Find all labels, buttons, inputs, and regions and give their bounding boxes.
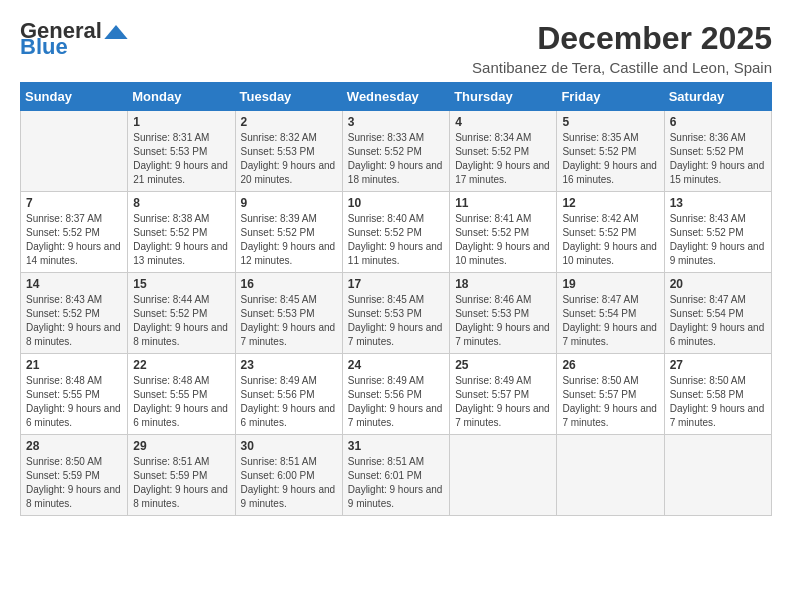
day-info: Sunrise: 8:38 AMSunset: 5:52 PMDaylight:…: [133, 212, 229, 268]
day-number: 5: [562, 115, 658, 129]
day-cell: 8Sunrise: 8:38 AMSunset: 5:52 PMDaylight…: [128, 192, 235, 273]
day-number: 12: [562, 196, 658, 210]
day-number: 7: [26, 196, 122, 210]
day-info: Sunrise: 8:43 AMSunset: 5:52 PMDaylight:…: [26, 293, 122, 349]
day-info: Sunrise: 8:39 AMSunset: 5:52 PMDaylight:…: [241, 212, 337, 268]
day-number: 31: [348, 439, 444, 453]
day-cell: 6Sunrise: 8:36 AMSunset: 5:52 PMDaylight…: [664, 111, 771, 192]
page-header: General Blue December 2025 Santibanez de…: [20, 20, 772, 76]
day-number: 19: [562, 277, 658, 291]
day-info: Sunrise: 8:45 AMSunset: 5:53 PMDaylight:…: [241, 293, 337, 349]
day-info: Sunrise: 8:47 AMSunset: 5:54 PMDaylight:…: [670, 293, 766, 349]
week-row-1: 1Sunrise: 8:31 AMSunset: 5:53 PMDaylight…: [21, 111, 772, 192]
day-cell: 18Sunrise: 8:46 AMSunset: 5:53 PMDayligh…: [450, 273, 557, 354]
day-number: 8: [133, 196, 229, 210]
day-info: Sunrise: 8:43 AMSunset: 5:52 PMDaylight:…: [670, 212, 766, 268]
day-info: Sunrise: 8:32 AMSunset: 5:53 PMDaylight:…: [241, 131, 337, 187]
day-number: 25: [455, 358, 551, 372]
day-cell: 7Sunrise: 8:37 AMSunset: 5:52 PMDaylight…: [21, 192, 128, 273]
day-info: Sunrise: 8:50 AMSunset: 5:58 PMDaylight:…: [670, 374, 766, 430]
day-cell: [21, 111, 128, 192]
day-cell: 28Sunrise: 8:50 AMSunset: 5:59 PMDayligh…: [21, 435, 128, 516]
day-cell: 26Sunrise: 8:50 AMSunset: 5:57 PMDayligh…: [557, 354, 664, 435]
header-monday: Monday: [128, 83, 235, 111]
day-info: Sunrise: 8:47 AMSunset: 5:54 PMDaylight:…: [562, 293, 658, 349]
week-row-5: 28Sunrise: 8:50 AMSunset: 5:59 PMDayligh…: [21, 435, 772, 516]
location: Santibanez de Tera, Castille and Leon, S…: [472, 59, 772, 76]
day-number: 6: [670, 115, 766, 129]
header-wednesday: Wednesday: [342, 83, 449, 111]
day-info: Sunrise: 8:50 AMSunset: 5:59 PMDaylight:…: [26, 455, 122, 511]
title-section: December 2025 Santibanez de Tera, Castil…: [472, 20, 772, 76]
svg-marker-0: [104, 25, 127, 39]
day-info: Sunrise: 8:51 AMSunset: 6:01 PMDaylight:…: [348, 455, 444, 511]
day-cell: 11Sunrise: 8:41 AMSunset: 5:52 PMDayligh…: [450, 192, 557, 273]
day-number: 1: [133, 115, 229, 129]
header-sunday: Sunday: [21, 83, 128, 111]
day-cell: 5Sunrise: 8:35 AMSunset: 5:52 PMDaylight…: [557, 111, 664, 192]
day-cell: 21Sunrise: 8:48 AMSunset: 5:55 PMDayligh…: [21, 354, 128, 435]
week-row-2: 7Sunrise: 8:37 AMSunset: 5:52 PMDaylight…: [21, 192, 772, 273]
day-cell: 17Sunrise: 8:45 AMSunset: 5:53 PMDayligh…: [342, 273, 449, 354]
logo: General Blue: [20, 20, 128, 58]
day-number: 30: [241, 439, 337, 453]
day-info: Sunrise: 8:46 AMSunset: 5:53 PMDaylight:…: [455, 293, 551, 349]
day-cell: 12Sunrise: 8:42 AMSunset: 5:52 PMDayligh…: [557, 192, 664, 273]
day-number: 2: [241, 115, 337, 129]
day-info: Sunrise: 8:35 AMSunset: 5:52 PMDaylight:…: [562, 131, 658, 187]
day-number: 13: [670, 196, 766, 210]
month-title: December 2025: [472, 20, 772, 57]
day-info: Sunrise: 8:48 AMSunset: 5:55 PMDaylight:…: [133, 374, 229, 430]
day-info: Sunrise: 8:36 AMSunset: 5:52 PMDaylight:…: [670, 131, 766, 187]
day-cell: 4Sunrise: 8:34 AMSunset: 5:52 PMDaylight…: [450, 111, 557, 192]
day-number: 22: [133, 358, 229, 372]
day-cell: 2Sunrise: 8:32 AMSunset: 5:53 PMDaylight…: [235, 111, 342, 192]
header-friday: Friday: [557, 83, 664, 111]
day-cell: 16Sunrise: 8:45 AMSunset: 5:53 PMDayligh…: [235, 273, 342, 354]
day-number: 9: [241, 196, 337, 210]
day-number: 21: [26, 358, 122, 372]
day-number: 3: [348, 115, 444, 129]
day-info: Sunrise: 8:49 AMSunset: 5:57 PMDaylight:…: [455, 374, 551, 430]
day-cell: [557, 435, 664, 516]
day-number: 18: [455, 277, 551, 291]
day-cell: 9Sunrise: 8:39 AMSunset: 5:52 PMDaylight…: [235, 192, 342, 273]
day-info: Sunrise: 8:45 AMSunset: 5:53 PMDaylight:…: [348, 293, 444, 349]
day-info: Sunrise: 8:40 AMSunset: 5:52 PMDaylight:…: [348, 212, 444, 268]
day-info: Sunrise: 8:34 AMSunset: 5:52 PMDaylight:…: [455, 131, 551, 187]
day-info: Sunrise: 8:33 AMSunset: 5:52 PMDaylight:…: [348, 131, 444, 187]
day-number: 4: [455, 115, 551, 129]
day-cell: 19Sunrise: 8:47 AMSunset: 5:54 PMDayligh…: [557, 273, 664, 354]
week-row-3: 14Sunrise: 8:43 AMSunset: 5:52 PMDayligh…: [21, 273, 772, 354]
day-cell: 10Sunrise: 8:40 AMSunset: 5:52 PMDayligh…: [342, 192, 449, 273]
logo-icon: [104, 25, 128, 39]
day-number: 11: [455, 196, 551, 210]
header-saturday: Saturday: [664, 83, 771, 111]
day-cell: 13Sunrise: 8:43 AMSunset: 5:52 PMDayligh…: [664, 192, 771, 273]
day-number: 16: [241, 277, 337, 291]
header-thursday: Thursday: [450, 83, 557, 111]
day-number: 17: [348, 277, 444, 291]
day-cell: [664, 435, 771, 516]
logo-blue: Blue: [20, 36, 68, 58]
day-info: Sunrise: 8:37 AMSunset: 5:52 PMDaylight:…: [26, 212, 122, 268]
header-tuesday: Tuesday: [235, 83, 342, 111]
day-cell: 3Sunrise: 8:33 AMSunset: 5:52 PMDaylight…: [342, 111, 449, 192]
calendar-header-row: SundayMondayTuesdayWednesdayThursdayFrid…: [21, 83, 772, 111]
day-number: 29: [133, 439, 229, 453]
day-cell: 22Sunrise: 8:48 AMSunset: 5:55 PMDayligh…: [128, 354, 235, 435]
day-info: Sunrise: 8:41 AMSunset: 5:52 PMDaylight:…: [455, 212, 551, 268]
day-cell: 15Sunrise: 8:44 AMSunset: 5:52 PMDayligh…: [128, 273, 235, 354]
day-info: Sunrise: 8:51 AMSunset: 5:59 PMDaylight:…: [133, 455, 229, 511]
day-cell: 20Sunrise: 8:47 AMSunset: 5:54 PMDayligh…: [664, 273, 771, 354]
day-number: 20: [670, 277, 766, 291]
day-cell: 24Sunrise: 8:49 AMSunset: 5:56 PMDayligh…: [342, 354, 449, 435]
day-cell: 30Sunrise: 8:51 AMSunset: 6:00 PMDayligh…: [235, 435, 342, 516]
day-cell: 25Sunrise: 8:49 AMSunset: 5:57 PMDayligh…: [450, 354, 557, 435]
day-cell: 23Sunrise: 8:49 AMSunset: 5:56 PMDayligh…: [235, 354, 342, 435]
day-info: Sunrise: 8:50 AMSunset: 5:57 PMDaylight:…: [562, 374, 658, 430]
day-cell: 14Sunrise: 8:43 AMSunset: 5:52 PMDayligh…: [21, 273, 128, 354]
day-info: Sunrise: 8:49 AMSunset: 5:56 PMDaylight:…: [348, 374, 444, 430]
day-number: 28: [26, 439, 122, 453]
day-info: Sunrise: 8:51 AMSunset: 6:00 PMDaylight:…: [241, 455, 337, 511]
